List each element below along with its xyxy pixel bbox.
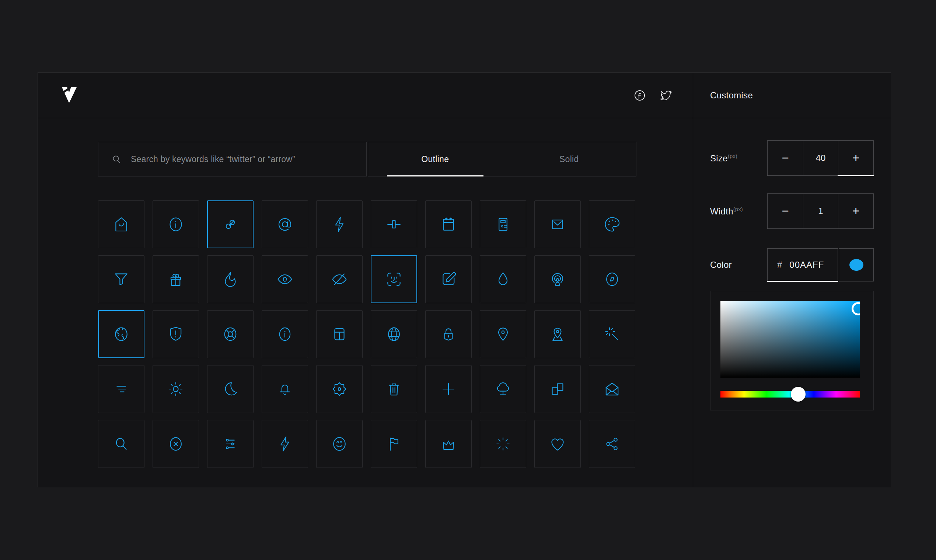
icon-cell-sort-lines[interactable] [98,365,145,413]
icon-cell-layout-top[interactable] [316,310,363,358]
saturation-area[interactable] [720,301,860,378]
icon-cell-info-oval[interactable] [262,310,308,358]
icon-cell-copy[interactable] [534,365,581,413]
panel-title: Customise [693,72,891,118]
search-and-tabs: Outline Solid [98,142,636,177]
width-label: Width(px) [710,206,743,217]
tab-solid[interactable]: Solid [502,142,636,176]
icon-cell-share[interactable] [589,420,635,468]
hue-slider-thumb[interactable] [791,387,805,402]
hue-slider[interactable] [720,391,860,397]
icon-cell-bell[interactable] [262,365,308,413]
color-control-row: Color # [710,248,874,282]
icon-cell-plus[interactable] [425,365,472,413]
icon-cell-x-circle[interactable] [152,420,199,468]
lifebuoy-icon [220,324,240,344]
vivid-logo[interactable] [61,86,78,105]
icon-cell-filter[interactable] [98,255,145,303]
search-input[interactable] [130,154,353,165]
icon-cell-magic-wand[interactable] [589,310,635,358]
calendar-icon [439,214,459,234]
facebook-icon[interactable] [633,89,647,102]
flame-icon [220,269,240,289]
size-active-indicator [837,175,874,176]
icon-cell-mail-square[interactable] [534,200,581,248]
icon-cell-moon[interactable] [207,365,254,413]
tree-icon [493,379,513,399]
icon-cell-link[interactable] [207,200,254,248]
icon-cell-trash[interactable] [371,365,417,413]
sliders-icon [220,434,240,454]
icon-cell-map-pin[interactable] [480,310,526,358]
icon-cell-heart[interactable] [534,420,581,468]
color-swatch-box[interactable] [839,248,874,282]
x-circle-icon [166,434,186,454]
icon-cell-lock[interactable] [425,310,472,358]
color-swatch [850,259,864,271]
icon-cell-at-sign[interactable] [262,200,308,248]
saturation-handle[interactable] [851,302,860,315]
icon-cell-flag[interactable] [371,420,417,468]
icon-cell-eye[interactable] [262,255,308,303]
size-increase-button[interactable]: + [838,141,873,175]
layout-top-icon [329,324,349,344]
icon-cell-lifebuoy[interactable] [207,310,254,358]
twitter-icon[interactable] [659,89,672,102]
eye-icon [275,269,295,289]
icon-cell-crown[interactable] [425,420,472,468]
icon-cell-connector[interactable] [371,200,417,248]
icon-cell-face-id[interactable] [371,255,417,303]
icon-cell-spinner[interactable] [480,420,526,468]
width-stepper: − 1 + [767,194,874,229]
filter-icon [111,269,131,289]
crown-icon [439,434,459,454]
edit-icon [439,269,459,289]
palette-icon [602,214,622,234]
icon-cell-calculator[interactable] [480,200,526,248]
color-hex-input[interactable] [788,259,831,271]
width-decrease-button[interactable]: − [768,194,803,228]
icon-cell-earth[interactable] [98,310,145,358]
icon-cell-sun[interactable] [152,365,199,413]
size-unit: (px) [728,153,737,159]
icon-cell-compass[interactable] [589,255,635,303]
icon-cell-palette[interactable] [589,200,635,248]
icon-cell-droplet[interactable] [480,255,526,303]
color-label: Color [710,260,732,270]
icon-cell-info-circle[interactable] [152,200,199,248]
icon-cell-badge[interactable] [316,365,363,413]
icon-cell-globe[interactable] [371,310,417,358]
icon-cell-search[interactable] [98,420,145,468]
icon-cell-sliders[interactable] [207,420,254,468]
bolt-icon [329,214,349,234]
size-label: Size(px) [710,153,737,163]
icon-cell-gift[interactable] [152,255,199,303]
size-decrease-button[interactable]: − [768,141,803,175]
flag-icon [384,434,404,454]
icon-cell-lightning[interactable] [262,420,308,468]
icon-cell-bolt[interactable] [316,200,363,248]
search-box [98,142,366,177]
icon-cell-edit[interactable] [425,255,472,303]
icon-cell-tree[interactable] [480,365,526,413]
home-icon [111,214,131,234]
icon-cell-mail-open[interactable] [589,365,635,413]
droplet-icon [493,269,513,289]
icon-cell-calendar[interactable] [425,200,472,248]
badge-icon [329,379,349,399]
width-increase-button[interactable]: + [838,194,873,228]
icon-cell-shield-alert[interactable] [152,310,199,358]
share-icon [602,434,622,454]
icon-cell-flame[interactable] [207,255,254,303]
icon-cell-eye-off[interactable] [316,255,363,303]
icon-cell-podcast[interactable] [534,255,581,303]
sun-icon [166,379,186,399]
map-pin-area-icon [548,324,568,344]
icon-cell-home[interactable] [98,200,145,248]
podcast-icon [548,269,568,289]
earth-icon [111,324,131,344]
at-sign-icon [275,214,295,234]
tab-outline[interactable]: Outline [368,142,502,176]
icon-cell-smile[interactable] [316,420,363,468]
icon-cell-map-pin-area[interactable] [534,310,581,358]
